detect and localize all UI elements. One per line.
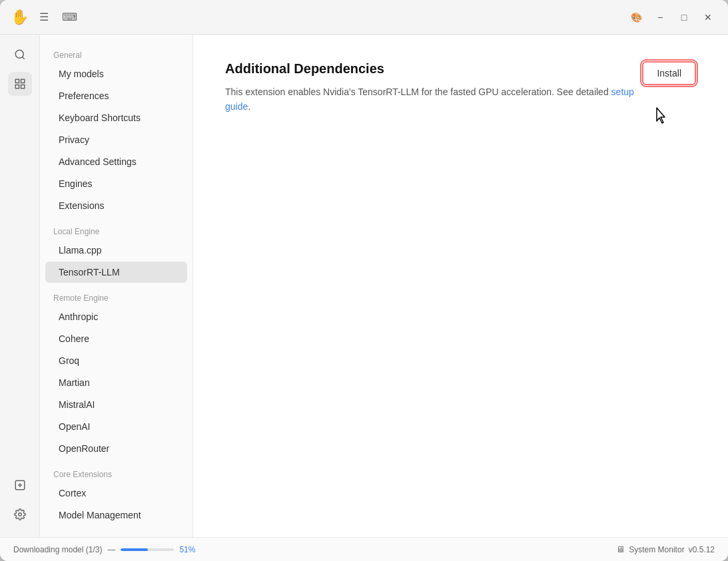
sidebar-item-anthropic[interactable]: Anthropic	[45, 306, 187, 327]
sidebar-item-mistralai[interactable]: MistralAI	[45, 394, 187, 415]
local-engine-section: Local Engine Llama.cpp TensorRT-LLM	[40, 222, 192, 283]
sidebar-item-cohere[interactable]: Cohere	[45, 328, 187, 349]
content-header-text: Additional Dependencies This extension e…	[225, 61, 642, 114]
sidebar-item-llama-cpp[interactable]: Llama.cpp	[45, 240, 187, 261]
close-button[interactable]: ✕	[699, 8, 717, 27]
sidebar-item-cortex[interactable]: Cortex	[45, 482, 187, 504]
progress-separator: —	[107, 545, 115, 554]
description-text: This extension enables Nvidia's TensorRT…	[225, 87, 609, 97]
app-logo-icon: ✋	[11, 9, 29, 26]
remote-engine-section-title: Remote Engine	[40, 288, 192, 305]
core-extensions-section: Core Extensions Cortex Model Management	[40, 465, 192, 526]
minimize-icon: −	[657, 12, 663, 23]
general-section: General My models Preferences Keyboard S…	[40, 45, 192, 216]
sidebar: General My models Preferences Keyboard S…	[40, 35, 193, 537]
svg-rect-3	[15, 85, 19, 89]
version-label: v0.5.12	[689, 545, 715, 554]
status-right: 🖥 System Monitor v0.5.12	[616, 544, 715, 554]
statusbar: Downloading model (1/3) — 51% 🖥 System M…	[0, 537, 728, 561]
content-title: Additional Dependencies	[225, 61, 642, 77]
settings-icon-button[interactable]	[8, 502, 32, 526]
close-icon: ✕	[704, 12, 712, 23]
general-section-title: General	[40, 45, 192, 63]
sidebar-item-keyboard-shortcuts[interactable]: Keyboard Shortcuts	[45, 107, 187, 128]
svg-rect-1	[15, 79, 19, 83]
sidebar-item-tensorrt-llm[interactable]: TensorRT-LLM	[45, 262, 187, 283]
progress-bar	[121, 548, 174, 551]
palette-button[interactable]: 🎨	[627, 8, 645, 27]
search-icon-button[interactable]	[8, 43, 32, 67]
content-area: Additional Dependencies This extension e…	[193, 35, 728, 537]
hamburger-icon: ☰	[39, 11, 49, 23]
local-engine-section-title: Local Engine	[40, 222, 192, 239]
sidebar-item-openrouter[interactable]: OpenRouter	[45, 438, 187, 459]
palette-icon: 🎨	[631, 12, 642, 23]
svg-point-6	[18, 513, 21, 516]
sidebar-item-model-management[interactable]: Model Management	[45, 504, 187, 526]
svg-rect-2	[21, 79, 24, 83]
content-description: This extension enables Nvidia's TensorRT…	[225, 85, 642, 114]
svg-point-0	[15, 50, 23, 58]
apps-icon-button[interactable]	[8, 72, 32, 96]
rail-bottom-icons	[8, 473, 32, 526]
sidebar-item-openai[interactable]: OpenAI	[45, 416, 187, 437]
progress-percent: 51%	[179, 545, 195, 554]
core-extensions-section-title: Core Extensions	[40, 465, 192, 482]
progress-fill	[121, 548, 148, 551]
keyboard-icon: ⌨	[62, 11, 77, 23]
main-layout: General My models Preferences Keyboard S…	[0, 35, 728, 537]
sidebar-item-martian[interactable]: Martian	[45, 372, 187, 393]
sidebar-item-groq[interactable]: Groq	[45, 350, 187, 371]
monitor-icon: 🖥	[616, 544, 625, 554]
sidebar-item-engines[interactable]: Engines	[45, 173, 187, 194]
add-icon-button[interactable]	[8, 473, 32, 497]
sidebar-item-preferences[interactable]: Preferences	[45, 85, 187, 106]
sidebar-item-advanced-settings[interactable]: Advanced Settings	[45, 151, 187, 172]
icon-rail	[0, 35, 40, 537]
content-header: Additional Dependencies This extension e…	[225, 61, 696, 114]
maximize-icon: □	[681, 12, 687, 23]
sidebar-item-extensions[interactable]: Extensions	[45, 195, 187, 216]
titlebar: ✋ ☰ ⌨ 🎨 − □ ✕	[0, 0, 728, 35]
keyboard-shortcut-button[interactable]: ⌨	[59, 8, 80, 26]
sidebar-item-my-models[interactable]: My models	[45, 63, 187, 85]
app-window: ✋ ☰ ⌨ 🎨 − □ ✕	[0, 0, 728, 561]
titlebar-right: 🎨 − □ ✕	[627, 8, 717, 27]
svg-rect-4	[21, 85, 24, 89]
maximize-button[interactable]: □	[675, 8, 693, 27]
minimize-button[interactable]: −	[651, 8, 669, 27]
system-monitor-label[interactable]: System Monitor	[629, 545, 684, 554]
download-text: Downloading model (1/3)	[13, 545, 102, 554]
install-button[interactable]: Install	[642, 61, 696, 85]
titlebar-left: ✋ ☰ ⌨	[11, 8, 80, 26]
menu-button[interactable]: ☰	[37, 8, 51, 26]
sidebar-item-privacy[interactable]: Privacy	[45, 129, 187, 150]
remote-engine-section: Remote Engine Anthropic Cohere Groq Mart…	[40, 288, 192, 459]
status-left: Downloading model (1/3) — 51%	[13, 545, 195, 554]
